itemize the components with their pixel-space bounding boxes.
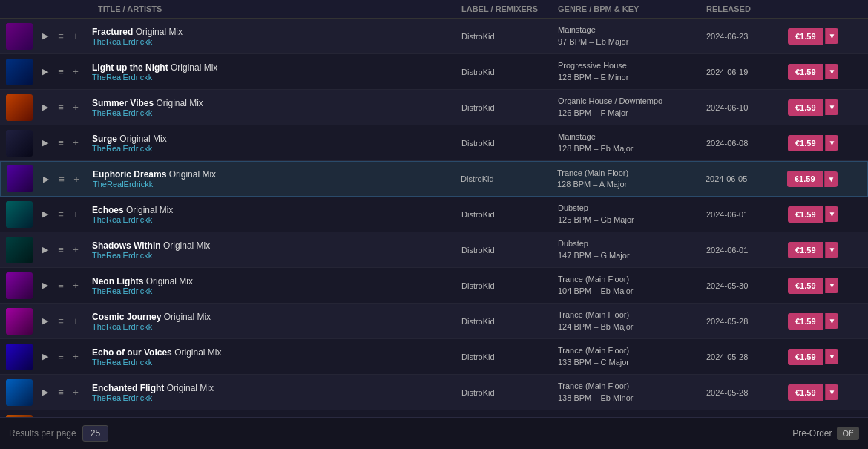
track-artist[interactable]: TheRealErdrickk (92, 144, 461, 153)
price-dropdown-button[interactable]: ▼ (825, 278, 839, 293)
price-dropdown-button[interactable]: ▼ (825, 135, 839, 151)
track-artwork (6, 23, 33, 50)
queue-button[interactable]: ≡ (55, 280, 67, 292)
queue-button[interactable]: ≡ (55, 315, 67, 327)
track-artwork (6, 272, 33, 299)
track-artist[interactable]: TheRealErdrickk (92, 108, 461, 117)
track-artwork (6, 201, 33, 228)
queue-button[interactable]: ≡ (55, 66, 67, 78)
add-to-cart-button[interactable]: €1.59 (788, 28, 823, 45)
add-button[interactable]: + (70, 209, 82, 220)
add-button[interactable]: + (70, 315, 82, 327)
track-price: €1.59 ▼ (788, 384, 862, 401)
track-label: DistroKid (461, 68, 558, 76)
add-button[interactable]: + (70, 30, 82, 42)
track-title: Shadows Within Original Mix (92, 240, 461, 251)
add-to-cart-button[interactable]: €1.59 (788, 64, 823, 80)
track-released: 2024-05-28 (706, 353, 788, 361)
track-genre: Dubstep125 BPM – Gb Major (558, 203, 706, 226)
play-button[interactable]: ▶ (39, 208, 52, 221)
add-to-cart-button[interactable]: €1.59 (788, 242, 823, 258)
add-to-cart-button[interactable]: €1.59 (788, 135, 823, 151)
play-button[interactable]: ▶ (39, 172, 53, 186)
play-button[interactable]: ▶ (39, 30, 52, 43)
track-released: 2024-06-23 (706, 32, 788, 41)
track-price: €1.59 ▼ (788, 64, 862, 80)
add-button[interactable]: + (70, 244, 82, 256)
track-title: Euphoric Dreams Original Mix (93, 169, 461, 180)
track-title: Cosmic Journey Original Mix (92, 312, 461, 322)
track-artist[interactable]: TheRealErdrickk (92, 73, 461, 82)
queue-button[interactable]: ≡ (55, 137, 67, 149)
price-dropdown-button[interactable]: ▼ (825, 64, 839, 79)
track-artwork (7, 165, 33, 192)
price-dropdown-button[interactable]: ▼ (825, 242, 839, 258)
queue-button[interactable]: ≡ (55, 102, 67, 114)
play-button[interactable]: ▶ (39, 65, 52, 79)
track-released: 2024-06-01 (706, 246, 788, 255)
queue-button[interactable]: ≡ (55, 244, 67, 256)
queue-button[interactable]: ≡ (55, 351, 67, 363)
header-title: TITLE / ARTISTS (98, 4, 461, 13)
track-artist[interactable]: TheRealErdrickk (92, 322, 461, 331)
track-artist[interactable]: TheRealErdrickk (92, 215, 461, 224)
track-artist[interactable]: TheRealErdrickk (92, 37, 461, 46)
add-to-cart-button[interactable]: €1.59 (788, 206, 823, 223)
table-row: ▶ ≡ + Summer Vibes Original Mix TheRealE… (0, 90, 868, 125)
add-button[interactable]: + (70, 137, 82, 149)
price-dropdown-button[interactable]: ▼ (824, 171, 838, 187)
add-to-cart-button[interactable]: €1.59 (788, 349, 823, 365)
price-dropdown-button[interactable]: ▼ (825, 206, 839, 222)
track-released: 2024-05-28 (706, 388, 788, 397)
queue-button[interactable]: ≡ (56, 173, 68, 185)
preorder-toggle[interactable]: Off (837, 427, 859, 440)
track-artist[interactable]: TheRealErdrickk (92, 358, 461, 367)
add-button[interactable]: + (70, 387, 82, 399)
track-artist[interactable]: TheRealErdrickk (92, 286, 461, 295)
track-price: €1.59 ▼ (788, 349, 862, 365)
add-to-cart-button[interactable]: €1.59 (788, 384, 823, 401)
play-button[interactable]: ▶ (39, 279, 52, 292)
table-row: ▶ ≡ + Neon Lights Original Mix TheRealEr… (0, 268, 868, 304)
add-to-cart-button[interactable]: €1.59 (787, 171, 823, 187)
track-price: €1.59 ▼ (788, 206, 862, 223)
play-button[interactable]: ▶ (39, 243, 52, 257)
track-title: Surge Original Mix (92, 134, 461, 144)
play-button[interactable]: ▶ (39, 101, 52, 114)
price-dropdown-button[interactable]: ▼ (825, 349, 839, 364)
table-row: ▶ ≡ + Shadows Within Original Mix TheRea… (0, 232, 868, 268)
add-to-cart-button[interactable]: €1.59 (788, 99, 823, 116)
play-button[interactable]: ▶ (39, 386, 52, 399)
play-button[interactable]: ▶ (39, 350, 52, 364)
add-button[interactable]: + (70, 66, 82, 78)
play-button[interactable]: ▶ (39, 137, 52, 150)
track-genre: Dubstep147 BPM – G Major (558, 238, 706, 261)
track-genre: Trance (Main Floor)138 BPM – Eb Minor (558, 381, 706, 404)
price-dropdown-button[interactable]: ▼ (825, 313, 839, 329)
price-dropdown-button[interactable]: ▼ (825, 384, 839, 400)
track-label: DistroKid (461, 388, 558, 397)
add-button[interactable]: + (70, 280, 82, 292)
price-dropdown-button[interactable]: ▼ (825, 28, 839, 44)
track-genre: Trance (Main Floor)133 BPM – C Major (558, 345, 706, 368)
queue-button[interactable]: ≡ (55, 209, 67, 220)
page-size-button[interactable]: 25 (82, 425, 108, 442)
track-artist[interactable]: TheRealErdrickk (93, 180, 461, 189)
price-dropdown-button[interactable]: ▼ (825, 99, 839, 115)
track-released: 2024-06-10 (706, 103, 788, 112)
table-row: ▶ ≡ + Echoes Original Mix TheRealErdrick… (0, 197, 868, 232)
add-to-cart-button[interactable]: €1.59 (788, 278, 823, 294)
track-label: DistroKid (461, 281, 558, 290)
add-to-cart-button[interactable]: €1.59 (788, 313, 823, 330)
track-artist[interactable]: TheRealErdrickk (92, 251, 461, 260)
track-title: Enchanted Flight Original Mix (92, 383, 461, 393)
queue-button[interactable]: ≡ (55, 30, 67, 42)
play-button[interactable]: ▶ (39, 315, 52, 328)
add-button[interactable]: + (70, 351, 82, 363)
track-artwork (6, 379, 33, 406)
track-artist[interactable]: TheRealErdrickk (92, 393, 461, 402)
add-button[interactable]: + (70, 102, 82, 114)
queue-button[interactable]: ≡ (55, 387, 67, 399)
add-button[interactable]: + (70, 173, 82, 185)
track-title-artist: Euphoric Dreams Original Mix TheRealErdr… (93, 169, 461, 189)
